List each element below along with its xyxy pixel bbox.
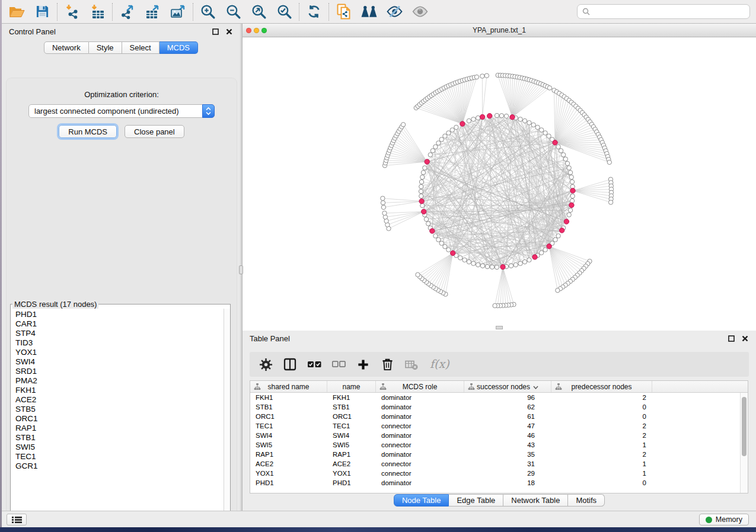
- close-window-button[interactable]: [246, 28, 251, 33]
- toolbar-separator: [57, 3, 58, 21]
- close-panel-button-mcds[interactable]: Close panel: [125, 125, 184, 138]
- open-folder-button[interactable]: [4, 2, 30, 22]
- toolbar-separator: [193, 3, 193, 21]
- mcds-result-item[interactable]: YOX1: [11, 348, 230, 357]
- tab-edge-table[interactable]: Edge Table: [449, 494, 503, 507]
- table-row[interactable]: STB1STB1dominator620: [250, 402, 748, 412]
- mcds-list-scrollbar[interactable]: [224, 309, 230, 518]
- add-button[interactable]: [355, 356, 371, 373]
- table-scrollbar-thumb[interactable]: [742, 397, 747, 456]
- task-history-button[interactable]: [7, 514, 27, 525]
- table-row[interactable]: PHD1PHD1dominator180: [250, 478, 748, 488]
- tab-mcds[interactable]: MCDS: [160, 41, 198, 54]
- table-row[interactable]: YOX1YOX1connector291: [250, 469, 748, 478]
- import-table-button[interactable]: [85, 2, 110, 22]
- export-network-button[interactable]: [114, 2, 140, 22]
- network-graph[interactable]: [243, 37, 755, 330]
- hide-selected-button[interactable]: [382, 2, 407, 22]
- tab-select[interactable]: Select: [122, 41, 160, 54]
- mcds-result-item[interactable]: STB1: [11, 433, 230, 443]
- mcds-result-item[interactable]: CAR1: [11, 319, 230, 329]
- export-table-button[interactable]: [140, 2, 165, 22]
- refresh-layout-button[interactable]: [301, 2, 327, 22]
- network-window-titlebar[interactable]: YPA_prune.txt_1: [243, 24, 756, 37]
- search-box[interactable]: [577, 4, 750, 19]
- export-image-button[interactable]: [165, 2, 191, 22]
- gear-button[interactable]: [258, 356, 273, 373]
- zoom-fit-button[interactable]: [246, 2, 272, 22]
- column-header-mcds-role[interactable]: MCDS role: [376, 381, 464, 392]
- mcds-result-item[interactable]: SWI4: [11, 357, 230, 367]
- table-panel-tabs: Node TableEdge TableNetwork TableMotifs: [243, 494, 756, 507]
- mcds-result-item[interactable]: TID3: [11, 338, 230, 348]
- criterion-label: Optimization criterion:: [7, 90, 237, 99]
- table-panel-header: Table Panel: [243, 331, 756, 346]
- table-panel: Table Panel f(x) shared namenameMCDS rol…: [242, 331, 756, 511]
- run-mcds-button[interactable]: Run MCDS: [59, 125, 117, 138]
- close-table-panel-button[interactable]: [741, 334, 749, 342]
- import-network-button[interactable]: [59, 2, 85, 22]
- tab-network[interactable]: Network: [44, 41, 89, 54]
- zoom-out-button[interactable]: [221, 2, 246, 22]
- mcds-result-item[interactable]: ORC1: [11, 414, 230, 424]
- minimize-window-button[interactable]: [254, 28, 259, 33]
- list-icon: [12, 516, 22, 524]
- columns-button[interactable]: [282, 356, 298, 373]
- mcds-result-item[interactable]: PHD1: [11, 310, 230, 319]
- column-header-name[interactable]: name: [327, 381, 376, 392]
- tab-motifs[interactable]: Motifs: [568, 494, 605, 507]
- clone-network-button[interactable]: [331, 2, 356, 22]
- table-row[interactable]: RAP1RAP1dominator352: [250, 450, 748, 459]
- column-header-predecessor-nodes[interactable]: predecessor nodes: [551, 381, 652, 392]
- memory-button[interactable]: Memory: [699, 514, 749, 525]
- column-header-successor-nodes[interactable]: successor nodes: [464, 381, 551, 392]
- select-all-button[interactable]: [307, 356, 322, 373]
- table-row[interactable]: SWI4SWI4dominator462: [250, 431, 748, 440]
- column-header-shared-name[interactable]: shared name: [250, 381, 327, 392]
- deselect-all-button[interactable]: [331, 356, 346, 373]
- table-row[interactable]: ORC1ORC1dominator610: [250, 412, 748, 421]
- canvas-split-handle[interactable]: [496, 326, 503, 329]
- search-input[interactable]: [594, 6, 749, 17]
- cell-shared-name: FKH1: [250, 394, 327, 401]
- table-row[interactable]: SWI5SWI5connector431: [250, 440, 748, 450]
- tab-network-table[interactable]: Network Table: [503, 494, 568, 507]
- tab-style[interactable]: Style: [89, 41, 122, 54]
- mcds-result-list[interactable]: PHD1CAR1STP4TID3YOX1SWI4SRD1PMA2FKH1ACE2…: [11, 309, 230, 518]
- close-panel-button[interactable]: [225, 27, 233, 36]
- maximize-window-button[interactable]: [261, 28, 267, 33]
- panel-divider-handle[interactable]: [239, 265, 243, 274]
- cell-mcds-role: connector: [376, 422, 464, 430]
- mcds-result-item[interactable]: STB5: [11, 405, 230, 414]
- criterion-select[interactable]: largest connected component (undirected): [28, 104, 215, 118]
- show-all-button[interactable]: [407, 2, 433, 22]
- zoom-in-button[interactable]: [195, 2, 221, 22]
- columns-icon: [283, 358, 296, 371]
- table-row[interactable]: TEC1TEC1connector472: [250, 421, 748, 431]
- mcds-result-item[interactable]: GCR1: [11, 462, 230, 471]
- mcds-result-item[interactable]: SRD1: [11, 367, 230, 376]
- cell-shared-name: ORC1: [250, 413, 327, 420]
- cell-predecessor-nodes: 1: [551, 470, 652, 477]
- zoom-out-icon: [225, 4, 241, 20]
- tab-node-table[interactable]: Node Table: [394, 494, 449, 507]
- mcds-result-item[interactable]: PMA2: [11, 376, 230, 386]
- mcds-result-item[interactable]: RAP1: [11, 424, 230, 433]
- mcds-result-item[interactable]: SWI5: [11, 443, 230, 452]
- table-row[interactable]: FKH1FKH1dominator962: [250, 393, 748, 402]
- mcds-result-item[interactable]: STP4: [11, 329, 230, 338]
- delete-button[interactable]: [379, 356, 395, 373]
- mcds-result-item[interactable]: TEC1: [11, 452, 230, 462]
- save-button[interactable]: [30, 2, 55, 22]
- float-panel-button[interactable]: [211, 27, 219, 36]
- network-canvas[interactable]: [243, 37, 755, 330]
- mcds-result-item[interactable]: ACE2: [11, 395, 230, 405]
- fx-button[interactable]: f(x): [428, 356, 454, 373]
- first-neighbors-button[interactable]: [356, 2, 382, 22]
- table-scrollbar[interactable]: [740, 393, 748, 493]
- float-table-panel-button[interactable]: [727, 334, 735, 342]
- table-row[interactable]: ACE2ACE2connector311: [250, 459, 748, 469]
- delete-table-button[interactable]: [404, 356, 419, 373]
- mcds-result-item[interactable]: FKH1: [11, 386, 230, 395]
- zoom-selected-button[interactable]: [272, 2, 297, 22]
